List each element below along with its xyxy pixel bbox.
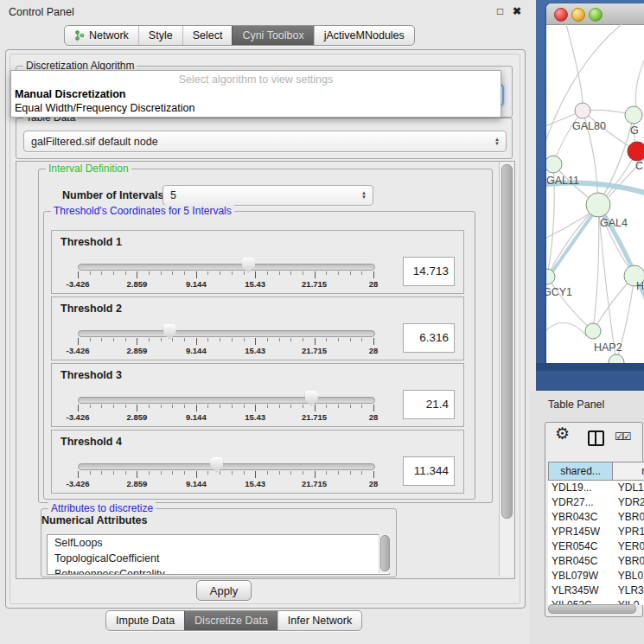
attributes-list-scrollbar[interactable] xyxy=(379,534,390,573)
table-data-group: Table Data galFiltered.sif default node … xyxy=(16,118,513,159)
threshold-value-field[interactable]: 14.713 xyxy=(403,257,455,286)
slider-major-ticks xyxy=(78,471,374,478)
minimize-traffic-light[interactable] xyxy=(571,8,585,22)
float-window-icon[interactable]: □ xyxy=(497,5,503,17)
scrollbar-thumb[interactable] xyxy=(501,164,513,519)
table-horizontal-scrollbar[interactable] xyxy=(547,604,639,613)
tab-jactivemnodules[interactable]: jActiveMNodules xyxy=(314,26,414,45)
attribute-item-selfloops[interactable]: SelfLoops xyxy=(48,535,389,551)
node-label: H xyxy=(636,280,644,292)
tab-network[interactable]: Network xyxy=(65,26,138,45)
tick-label: 28 xyxy=(369,412,379,422)
threshold-panel-2: Threshold 2-3.4262.8599.14415.4321.71528… xyxy=(51,296,464,360)
network-node[interactable] xyxy=(609,354,624,363)
slider-track[interactable] xyxy=(78,264,375,271)
table-row[interactable]: YBL079WYBL0 xyxy=(548,569,644,583)
bottom-tab-impute-data[interactable]: Impute Data xyxy=(106,611,184,630)
gear-icon[interactable]: ⚙ xyxy=(555,424,570,443)
option-equal-width-frequency[interactable]: Equal Width/Frequency Discretization xyxy=(11,101,501,115)
tick-label: 2.859 xyxy=(127,412,148,422)
close-icon[interactable]: ✖ xyxy=(513,5,521,17)
network-edge[interactable] xyxy=(564,24,583,103)
tick-label: 15.43 xyxy=(245,346,265,355)
tick-label: -3.426 xyxy=(67,279,90,289)
table-header: shared... na xyxy=(548,462,644,481)
close-traffic-light[interactable] xyxy=(554,8,568,22)
apply-button[interactable]: Apply xyxy=(196,580,252,601)
attributes-group-title: Attributes to discretize xyxy=(48,502,156,514)
settings-scrollbar[interactable] xyxy=(499,162,513,577)
bottom-tab-infer-network[interactable]: Infer Network xyxy=(277,611,361,630)
network-node-c[interactable] xyxy=(628,142,644,161)
spinner-arrows-icon[interactable]: ▲▼ xyxy=(361,191,367,200)
attribute-item-topologicalcoefficient[interactable]: TopologicalCoefficient xyxy=(48,551,389,566)
numerical-attributes-label: Numerical Attributes xyxy=(41,514,147,526)
network-node-gal4[interactable] xyxy=(586,193,610,217)
table-row[interactable]: YBR043CYBR0 xyxy=(548,510,644,525)
scrollbar-thumb[interactable] xyxy=(380,535,390,571)
table-row[interactable]: YER054CYER0 xyxy=(548,539,644,554)
column-header-name[interactable]: na xyxy=(613,462,644,481)
slider-track[interactable] xyxy=(78,330,375,337)
node-label: C xyxy=(635,160,643,172)
table-row[interactable]: YBR045CYBR0 xyxy=(548,554,644,569)
node-label: HAP2 xyxy=(594,341,622,354)
attributes-group: Attributes to discretize Numerical Attri… xyxy=(41,508,397,577)
bottom-tab-discretize-data[interactable]: Discretize Data xyxy=(184,611,277,630)
threshold-value-field[interactable]: 21.4 xyxy=(403,390,455,419)
threshold-panel-1: Threshold 1-3.4262.8599.14415.4321.71528… xyxy=(51,230,464,294)
network-node-gal11[interactable] xyxy=(546,156,562,173)
network-node-hap2[interactable] xyxy=(585,323,601,339)
algorithm-hint-option[interactable]: Select algorithm to view settings xyxy=(11,71,501,87)
cell-shared-name: YER054C xyxy=(548,539,613,554)
threshold-label: Threshold 2 xyxy=(61,303,122,315)
spinner-arrows-icon[interactable]: ▲▼ xyxy=(494,137,500,146)
top-tab-bar: NetworkStyleSelectCyni ToolboxjActiveMNo… xyxy=(64,25,415,46)
network-canvas[interactable]: GAL80GCGAL11GAL4GCY1HHAP2 xyxy=(546,24,644,363)
table-row[interactable]: YDR27...YDR2 xyxy=(548,495,644,510)
tab-label: Style xyxy=(149,29,173,41)
network-edge[interactable] xyxy=(546,322,587,336)
node-label: G xyxy=(630,124,639,137)
option-manual-discretization[interactable]: Manual Discretization xyxy=(11,87,501,101)
cell-shared-name: YLR345W xyxy=(548,583,613,598)
network-window-titlebar[interactable] xyxy=(546,3,644,25)
network-node-gal80[interactable] xyxy=(575,103,590,118)
threshold-value-field[interactable]: 11.344 xyxy=(403,456,455,486)
scrollbar-thumb[interactable] xyxy=(548,604,636,614)
table-data-combo[interactable]: galFiltered.sif default node ▲▼ xyxy=(23,131,507,152)
network-edge[interactable] xyxy=(546,114,575,128)
split-columns-icon[interactable] xyxy=(588,430,604,446)
zoom-traffic-light[interactable] xyxy=(589,8,603,22)
network-edge[interactable] xyxy=(553,111,583,164)
tick-label: 2.859 xyxy=(127,479,148,488)
cell-shared-name: YPR145W xyxy=(548,525,613,539)
network-edge[interactable] xyxy=(593,205,599,331)
thresholds-group-title: Threshold's Coordinates for 5 Intervals xyxy=(51,205,234,217)
number-of-intervals-spinner[interactable]: 5 ▲▼ xyxy=(163,185,373,206)
cell-name: YLR3 xyxy=(613,583,644,598)
tab-select[interactable]: Select xyxy=(182,26,233,45)
slider-track[interactable] xyxy=(78,463,375,470)
threshold-value-field[interactable]: 6.316 xyxy=(403,323,455,353)
tab-cyni-toolbox[interactable]: Cyni Toolbox xyxy=(232,26,313,45)
table-row[interactable]: YLR345WYLR3 xyxy=(548,583,644,598)
attribute-item-betweennesscentrality[interactable]: BetweennessCentrality xyxy=(48,566,389,575)
tab-style[interactable]: Style xyxy=(138,26,182,45)
window-shadow xyxy=(536,363,644,371)
tick-label: 15.43 xyxy=(245,412,265,422)
threshold-label: Threshold 3 xyxy=(61,369,122,381)
column-header-shared-name[interactable]: shared... xyxy=(548,462,613,481)
tick-label: 21.715 xyxy=(302,279,327,289)
network-edge[interactable] xyxy=(547,277,593,331)
network-edge[interactable] xyxy=(635,50,644,106)
select-columns-icon[interactable]: ☑☑ xyxy=(615,430,630,443)
table-row[interactable]: YDL19...YDL1 xyxy=(548,481,644,495)
cell-shared-name: YDR27... xyxy=(548,495,613,510)
cell-shared-name: YBL079W xyxy=(548,569,613,583)
slider-track[interactable] xyxy=(78,397,375,404)
network-node-g[interactable] xyxy=(625,106,642,124)
slider-major-ticks xyxy=(78,338,374,345)
tab-label: Select xyxy=(193,29,223,41)
table-row[interactable]: YPR145WYPR1 xyxy=(548,525,644,539)
